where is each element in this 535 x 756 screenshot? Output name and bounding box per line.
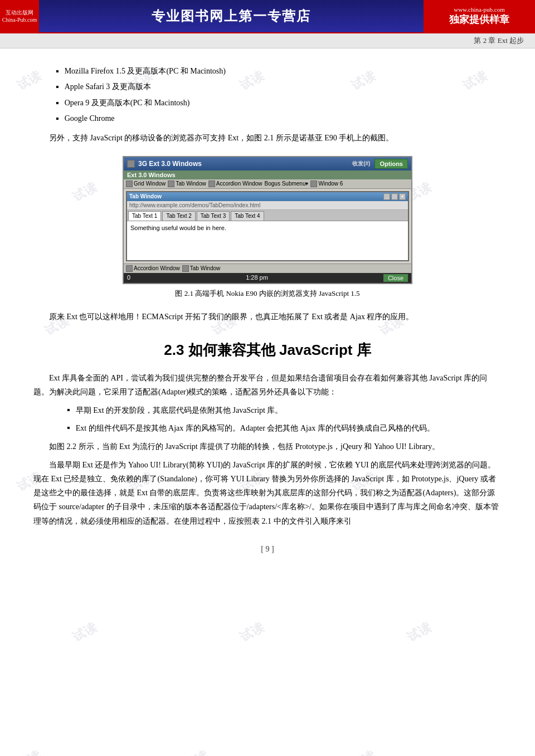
logo: 互动出版网 China-Pub.com <box>0 0 39 32</box>
browser-list: Mozilla Firefox 1.5 及更高版本(PC 和 Macintosh… <box>56 65 502 125</box>
nokia-title-text: 3G Ext 3.0 Windows <box>138 160 202 168</box>
exclusive-text: 独家提供样章 <box>449 13 509 26</box>
window6-icon <box>310 181 317 187</box>
nokia-window-titlebar: Tab Window _ □ × <box>127 192 408 201</box>
close-btn[interactable]: × <box>399 193 406 200</box>
list-item: Google Chrome <box>56 113 502 125</box>
nokia-screenshot: 3G Ext 3.0 Windows 收发(#) Options Ext 3.0… <box>123 156 412 284</box>
list-item: Apple Safari 3 及更高版本 <box>56 81 502 93</box>
list-item-text: Apple Safari 3 及更高版本 <box>65 81 151 93</box>
website-url: www.china-pub.com <box>454 6 505 13</box>
page-number: [ 9 ] <box>33 545 502 554</box>
nokia-signal: 收发(#) <box>352 160 370 168</box>
sub-bullet-list: 早期 Ext 的开发阶段，其底层代码是依附其他 JavaScript 库。 Ex… <box>67 403 502 435</box>
page-header: 互动出版网 China-Pub.com 专业图书网上第一专营店 www.chin… <box>0 0 535 33</box>
sub-list-item-2: Ext 的组件代码不是按其他 Ajax 库的风格写的。Adapter 会把其他 … <box>67 421 502 435</box>
nokia-address-bar: http://www.example.com/demos/TabDemo/ind… <box>127 201 408 210</box>
toolbar-item-text: Bogus Submenu▾ <box>265 181 309 187</box>
nokia-status-left: 0 <box>127 274 130 282</box>
list-item: Opera 9 及更高版本(PC 和 Macintosh) <box>56 97 502 109</box>
nokia-tab-4[interactable]: Tab Text 4 <box>231 211 264 221</box>
exclusive-label: www.china-pub.com 独家提供样章 <box>424 0 535 32</box>
sub-list-item-text: 早期 Ext 的开发阶段，其底层代码是依附其他 JavaScript 库。 <box>76 403 283 417</box>
logo-line1: 互动出版网 <box>6 9 33 16</box>
nokia-window-content: Something useful would be in here. <box>127 221 408 260</box>
nokia-bottom-bar: Accordion Window Tab Window <box>124 264 411 273</box>
nokia-app-icon <box>127 160 135 168</box>
nokia-titlebar-left: 3G Ext 3.0 Windows <box>127 160 202 168</box>
watermark-17: 试读 <box>70 619 99 646</box>
toolbar-item-text: Window 6 <box>318 181 343 187</box>
nokia-status-bar: 0 1:28 pm Close <box>124 273 411 283</box>
nokia-content-text: Something useful would be in here. <box>130 225 226 231</box>
nokia-close-button[interactable]: Close <box>383 274 408 282</box>
toolbar-item-bogus: Bogus Submenu▾ <box>265 181 309 187</box>
restore-btn[interactable]: □ <box>391 193 398 200</box>
bottom-item-text: Tab Window <box>190 265 220 271</box>
list-item-text: Mozilla Firefox 1.5 及更高版本(PC 和 Macintosh… <box>65 65 226 77</box>
chapter-bar: 第 2 章 Ext 起步 <box>0 33 535 48</box>
nokia-tab-3[interactable]: Tab Text 3 <box>197 211 230 221</box>
list-item: Mozilla Firefox 1.5 及更高版本(PC 和 Macintosh… <box>56 65 502 77</box>
toolbar-item-text: Grid Window <box>134 181 166 187</box>
nokia-tabs: Tab Text 1 Tab Text 2 Tab Text 3 Tab Tex… <box>127 210 408 221</box>
nokia-time: 1:28 pm <box>246 274 268 282</box>
main-content: Mozilla Firefox 1.5 及更高版本(PC 和 Macintosh… <box>0 48 535 570</box>
bottom-item-accordion: Accordion Window <box>126 265 180 272</box>
watermark-18: 试读 <box>237 619 266 646</box>
watermark-19: 试读 <box>404 619 434 646</box>
site-title: 专业图书网上第一专营店 <box>39 0 424 32</box>
watermark-21: 试读 <box>181 747 211 756</box>
toolbar-item-text: Accordion Window <box>216 181 262 187</box>
chapter-text: 第 2 章 Ext 起步 <box>474 36 524 45</box>
nokia-menubar: Ext 3.0 Windows <box>124 170 411 179</box>
site-title-text: 专业图书网上第一专营店 <box>152 7 311 25</box>
logo-line2: China-Pub.com <box>2 16 37 23</box>
tab-icon <box>168 181 174 187</box>
nokia-toolbar: Grid Window Tab Window Accordion Window … <box>124 179 411 189</box>
sub-list-item-1: 早期 Ext 的开发阶段，其底层代码是依附其他 JavaScript 库。 <box>67 403 502 417</box>
watermark-22: 试读 <box>348 747 378 756</box>
list-item-text: Opera 9 及更高版本(PC 和 Macintosh) <box>65 97 190 109</box>
toolbar-item-grid: Grid Window <box>126 181 166 187</box>
paragraph-5: 当最早期 Ext 还是作为 Yahoo UI! Library(简称 YUI)的… <box>33 458 502 528</box>
list-item-text: Google Chrome <box>65 113 115 125</box>
toolbar-item-window6: Window 6 <box>310 181 343 187</box>
paragraph-3: Ext 库具备全面的 API，尝试着为我们提供完整的整合开发平台，但是如果结合遗… <box>33 371 502 399</box>
bottom-item-text: Accordion Window <box>134 265 180 271</box>
nokia-tab-2[interactable]: Tab Text 2 <box>162 211 195 221</box>
nokia-window-controls: _ □ × <box>383 193 406 200</box>
grid-icon <box>126 181 133 187</box>
nokia-window-title: Tab Window <box>129 193 162 200</box>
toolbar-item-tab: Tab Window <box>168 181 206 187</box>
toolbar-item-text: Tab Window <box>176 181 206 187</box>
nokia-options-btn[interactable]: Options <box>374 159 408 169</box>
bottom-item-tab: Tab Window <box>182 265 220 272</box>
accordion-icon <box>208 181 215 187</box>
figure-caption: 图 2.1 高端手机 Nokia E90 内嵌的浏览器支持 JavaScript… <box>175 289 359 299</box>
paragraph-2: 原来 Ext 也可以这样地用！ECMAScript 开拓了我们的眼界，也真正地拓… <box>33 310 502 324</box>
nokia-window: Tab Window _ □ × http://www.example.com/… <box>126 191 409 261</box>
toolbar-item-accordion: Accordion Window <box>208 181 262 187</box>
nokia-titlebar: 3G Ext 3.0 Windows 收发(#) Options <box>124 157 411 170</box>
watermark-20: 试读 <box>14 747 43 756</box>
paragraph-4: 如图 2.2 所示，当前 Ext 为流行的 JavaScript 库提供了功能的… <box>33 440 502 453</box>
section-heading: 2.3 如何兼容其他 JavaScript 库 <box>33 340 502 360</box>
paragraph-1: 另外，支持 JavaScript 的移动设备的浏览器亦可支持 Ext，如图 2.… <box>33 131 502 145</box>
nokia-tab-1[interactable]: Tab Text 1 <box>128 211 161 221</box>
minimize-btn[interactable]: _ <box>383 193 390 200</box>
tab-bottom-icon <box>182 265 189 272</box>
figure-container: 3G Ext 3.0 Windows 收发(#) Options Ext 3.0… <box>123 156 412 299</box>
sub-list-item-text: Ext 的组件代码不是按其他 Ajax 库的风格写的。Adapter 会把其他 … <box>76 421 435 435</box>
accordion-bottom-icon <box>126 265 133 272</box>
